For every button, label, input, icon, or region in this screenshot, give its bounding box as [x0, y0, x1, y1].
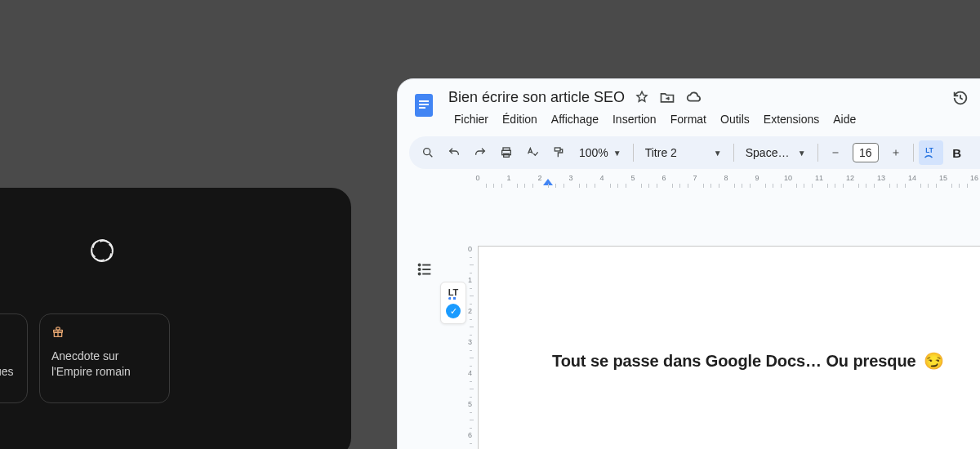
menu-insert[interactable]: Insertion — [607, 110, 662, 128]
chatgpt-card: le Quiz sur les civilisations antiques A… — [0, 188, 351, 449]
ruler-number: 8 — [724, 174, 728, 182]
chat-prompt[interactable]: Quiz sur les civilisations antiques — [0, 313, 28, 403]
chevron-down-icon: ▼ — [613, 149, 621, 158]
languagetool-logo-icon: LT — [448, 287, 459, 297]
search-icon[interactable] — [416, 140, 440, 165]
svg-point-13 — [418, 264, 420, 265]
docs-toolbar: 100% ▼ Titre 2 ▼ Space… ▼ 16 LT B — [409, 136, 980, 169]
ruler-number: 5 — [630, 174, 635, 182]
ruler-number: 10 — [784, 174, 792, 182]
horizontal-ruler[interactable]: 012345678910111213141516 — [478, 174, 980, 189]
toolbar-separator — [913, 144, 914, 162]
ruler-number: 9 — [755, 174, 759, 182]
star-icon[interactable] — [635, 90, 649, 104]
paragraph-style-select[interactable]: Titre 2 ▼ — [639, 140, 728, 165]
font-value: Space… — [746, 146, 790, 159]
font-select[interactable]: Space… ▼ — [739, 140, 813, 165]
ruler-number: 1 — [506, 174, 510, 182]
toolbar-separator — [817, 144, 818, 162]
menu-file[interactable]: Fichier — [448, 110, 494, 128]
svg-rect-11 — [555, 148, 560, 151]
graduation-cap-icon — [0, 326, 16, 340]
gift-icon — [51, 326, 158, 340]
docs-header: Bien écrire son article SEO Fichier Édit… — [398, 79, 980, 133]
zoom-value: 100% — [579, 146, 608, 159]
toolbar-separator — [733, 144, 734, 162]
ruler-number: 0 — [475, 174, 479, 182]
decrease-fontsize-button[interactable] — [823, 140, 848, 165]
move-folder-icon[interactable] — [659, 90, 675, 104]
ruler-number: 7 — [693, 174, 697, 182]
openai-logo — [0, 233, 318, 269]
smirk-emoji-icon: 😏 — [924, 352, 944, 370]
outline-toggle-icon[interactable] — [416, 260, 434, 282]
heading-text: Tout se passe dans Google Docs… Ou presq… — [552, 352, 916, 370]
ruler-number: 12 — [846, 174, 854, 182]
fontsize-input[interactable]: 16 — [853, 143, 879, 162]
print-icon[interactable] — [494, 140, 519, 165]
ruler-number: 11 — [815, 174, 823, 182]
chevron-down-icon: ▼ — [714, 149, 722, 158]
svg-point-15 — [418, 273, 420, 274]
svg-point-7 — [424, 149, 430, 155]
cloud-saved-icon[interactable] — [685, 90, 703, 104]
chat-prompt[interactable]: Anecdote sur l'Empire romain — [39, 313, 170, 403]
ruler-number: 2 — [537, 174, 541, 182]
google-docs-window: Bien écrire son article SEO Fichier Édit… — [397, 78, 980, 449]
menu-edit[interactable]: Édition — [497, 110, 543, 128]
ruler-number: 3 — [568, 174, 572, 182]
google-docs-logo-icon[interactable] — [409, 91, 439, 120]
ruler-number: 4 — [599, 174, 604, 182]
ruler-number: 14 — [908, 174, 916, 182]
increase-fontsize-button[interactable] — [884, 140, 908, 165]
chevron-down-icon: ▼ — [798, 149, 806, 158]
menu-format[interactable]: Format — [665, 110, 712, 128]
chat-prompt-label: Quiz sur les civilisations antiques — [0, 349, 16, 380]
svg-text:LT: LT — [925, 147, 933, 154]
toolbar-separator — [633, 144, 634, 162]
menu-view[interactable]: Affichage — [546, 110, 604, 128]
vertical-ruler[interactable]: 012345678910 — [470, 246, 478, 449]
paint-format-icon[interactable] — [546, 140, 571, 165]
menu-help[interactable]: Aide — [827, 110, 862, 128]
docs-menu-bar: Fichier Édition Affichage Insertion Form… — [448, 110, 942, 128]
chat-prompt-row: le Quiz sur les civilisations antiques A… — [0, 313, 318, 403]
check-ok-icon: ✓ — [446, 304, 461, 318]
spellcheck-icon[interactable] — [520, 140, 545, 165]
bold-button[interactable]: B — [945, 140, 969, 165]
document-page[interactable]: Tout se passe dans Google Docs… Ou presq… — [478, 246, 980, 449]
ruler-number: 16 — [970, 174, 978, 182]
svg-rect-6 — [419, 107, 425, 109]
menu-tools[interactable]: Outils — [715, 110, 755, 128]
page-heading[interactable]: Tout se passe dans Google Docs… Ou presq… — [552, 351, 944, 371]
docs-canvas: LT ✓ 012345678910 Tout se passe dans Goo… — [409, 246, 980, 449]
redo-icon[interactable] — [468, 140, 492, 165]
ruler-number: 13 — [877, 174, 885, 182]
ruler-number: 15 — [939, 174, 947, 182]
history-icon[interactable] — [951, 89, 969, 110]
menu-extensions[interactable]: Extensions — [758, 110, 825, 128]
undo-icon[interactable] — [442, 140, 466, 165]
svg-point-14 — [418, 269, 420, 270]
ruler-number: 6 — [662, 174, 666, 182]
zoom-select[interactable]: 100% ▼ — [572, 140, 628, 165]
languagetool-toolbar-icon[interactable]: LT — [919, 140, 943, 165]
svg-rect-5 — [419, 104, 429, 105]
chat-prompt-label: Anecdote sur l'Empire romain — [51, 349, 158, 380]
languagetool-panel[interactable]: LT ✓ — [440, 282, 466, 324]
svg-rect-4 — [419, 100, 429, 102]
style-value: Titre 2 — [645, 146, 677, 159]
document-title[interactable]: Bien écrire son article SEO — [448, 89, 625, 106]
